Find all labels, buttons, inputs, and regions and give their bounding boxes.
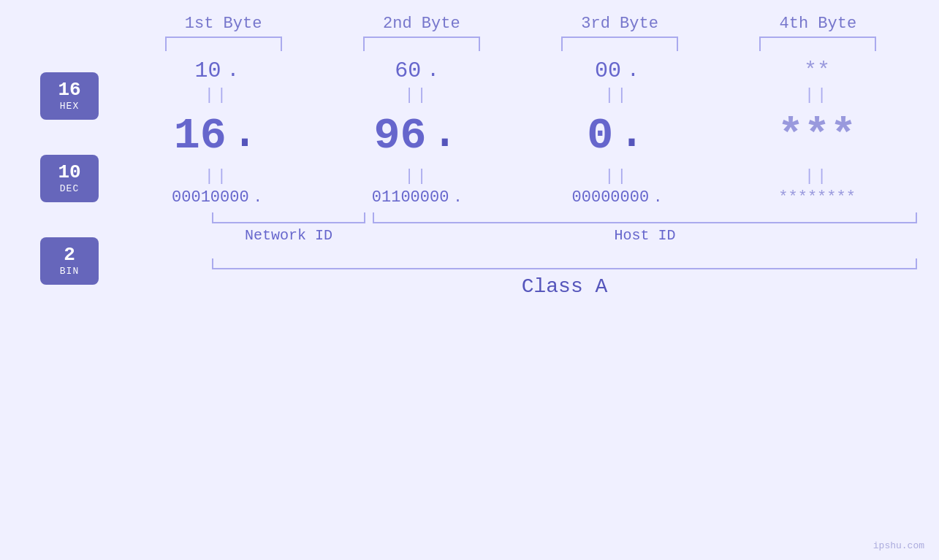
eq2-c2: || (344, 167, 490, 185)
bin-dot-3: . (653, 191, 662, 205)
dec-cell-2: 96 . (344, 107, 490, 164)
byte1-label: 1st Byte (151, 15, 297, 33)
hex-cell-4: ** (744, 58, 890, 83)
dec-cell-4: *** (744, 111, 890, 161)
main-container: 1st Byte 2nd Byte 3rd Byte 4th Byte 16 H… (0, 0, 939, 560)
bracket-2 (349, 37, 495, 51)
header-row: 1st Byte 2nd Byte 3rd Byte 4th Byte (22, 15, 917, 33)
network-id-label: Network ID (212, 227, 365, 244)
bracket-1 (151, 37, 297, 51)
hex-b3: 00 (595, 58, 621, 83)
byte3-label: 3rd Byte (547, 15, 693, 33)
hex-b1: 10 (194, 58, 221, 83)
main-grid: 16 HEX 10 DEC 2 BIN 10 . 60 (22, 58, 917, 298)
dec-b3: 0 (587, 111, 613, 161)
eq1-c3: || (544, 86, 690, 104)
hex-value-row: 10 . 60 . 00 . ** (117, 58, 917, 83)
host-id-bracket (373, 212, 917, 223)
class-section: Class A (117, 258, 917, 298)
equals-row-1: || || || || (117, 86, 917, 104)
bin-b4: ******** (778, 188, 856, 207)
equals-row-2: || || || || (117, 167, 917, 185)
dec-value-row: 16 . 96 . 0 . *** (117, 107, 917, 164)
hex-badge: 16 HEX (40, 72, 99, 120)
host-id-label: Host ID (373, 227, 917, 244)
bin-badge-sub: BIN (60, 266, 79, 277)
byte4-label: 4th Byte (745, 15, 891, 33)
dec-badge-num: 10 (58, 162, 80, 183)
dec-badge-sub: DEC (60, 183, 79, 194)
dec-b4: *** (778, 111, 856, 161)
dec-badge: 10 DEC (40, 155, 99, 202)
dec-dot-2: . (430, 107, 460, 164)
bin-badge: 2 BIN (40, 237, 99, 285)
class-label: Class A (212, 275, 917, 298)
bin-cell-4: ******** (744, 188, 890, 207)
dec-b1: 16 (174, 111, 227, 161)
bottom-brackets (212, 212, 917, 223)
bin-cell-1: 00010000 . (144, 188, 290, 207)
byte2-label: 2nd Byte (349, 15, 495, 33)
hex-badge-num: 16 (58, 80, 80, 101)
hex-cell-2: 60 . (344, 58, 490, 83)
class-bracket (212, 258, 917, 269)
bin-dot-2: . (453, 191, 462, 205)
bin-badge-num: 2 (64, 245, 75, 266)
hex-badge-sub: HEX (60, 101, 79, 112)
bin-cell-2: 01100000 . (344, 188, 490, 207)
hex-dot-2: . (427, 61, 439, 81)
badges-column: 16 HEX 10 DEC 2 BIN (22, 72, 117, 285)
bracket-3 (547, 37, 693, 51)
top-brackets (22, 37, 917, 51)
bin-b1: 00010000 (172, 188, 249, 207)
bin-dot-1: . (254, 191, 262, 205)
bracket-4 (745, 37, 891, 51)
hex-cell-1: 10 . (144, 58, 290, 83)
eq2-c3: || (544, 167, 690, 185)
eq1-c2: || (344, 86, 490, 104)
hex-dot-3: . (627, 61, 639, 81)
values-area: 10 . 60 . 00 . ** || || || (117, 58, 917, 298)
bottom-section: Network ID Host ID (117, 212, 917, 244)
hex-cell-3: 00 . (544, 58, 690, 83)
bin-cell-3: 00000000 . (544, 188, 690, 207)
net-id-bracket (212, 212, 365, 223)
bottom-labels: Network ID Host ID (212, 227, 917, 244)
dec-dot-1: . (229, 107, 260, 164)
dec-dot-3: . (616, 107, 647, 164)
dec-cell-1: 16 . (144, 107, 290, 164)
bin-b3: 00000000 (572, 188, 650, 207)
hex-b2: 60 (395, 58, 421, 83)
dec-b2: 96 (374, 111, 427, 161)
eq2-c4: || (744, 167, 890, 185)
eq1-c1: || (144, 86, 290, 104)
eq2-c1: || (144, 167, 290, 185)
watermark: ipshu.com (873, 540, 924, 551)
hex-dot-1: . (227, 61, 239, 81)
bin-value-row: 00010000 . 01100000 . 00000000 . *******… (117, 188, 917, 207)
dec-cell-3: 0 . (544, 107, 690, 164)
bin-b2: 01100000 (372, 188, 449, 207)
hex-b4: ** (804, 58, 830, 83)
eq1-c4: || (744, 86, 890, 104)
